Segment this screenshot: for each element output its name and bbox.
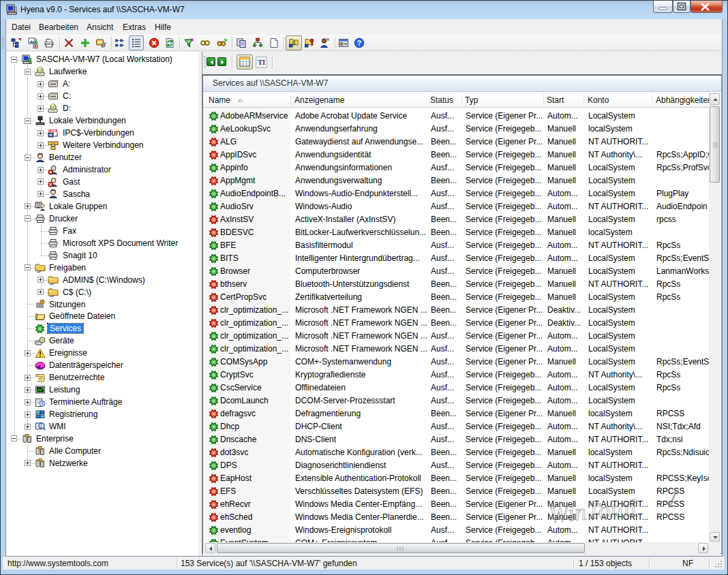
svg-text:?: ?: [357, 39, 361, 47]
svg-text:IPC$: IPC$: [48, 129, 58, 133]
svg-text:I: I: [262, 58, 265, 66]
